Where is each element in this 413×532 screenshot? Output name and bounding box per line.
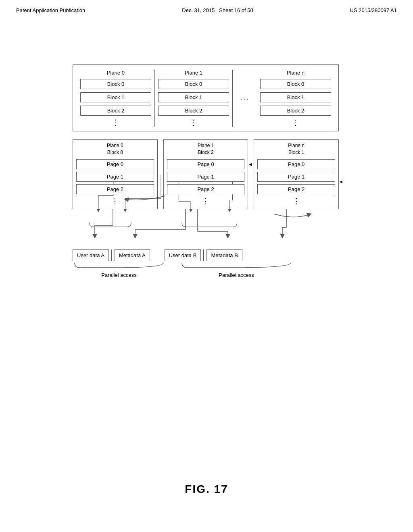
group-b-boxes: User data B Metadata B (165, 249, 242, 261)
arrow-indicator-1: ◂ (249, 161, 252, 167)
header-center: Dec. 31, 2015 Sheet 16 of 50 (182, 7, 253, 13)
metadata-b-box: Metadata B (206, 249, 242, 261)
brace-a: Parallel access (73, 262, 165, 273)
plane-n-dots: ⋮ (260, 118, 331, 127)
fig-caption: FIG. 17 (185, 483, 228, 496)
plane-0-column: Plane 0 Block 0 Block 1 Block 2 ⋮ (77, 70, 155, 127)
plane-n-label: Plane n (260, 70, 331, 76)
plane-1-column: Plane 1 Block 0 Block 1 Block 2 ⋮ (155, 70, 233, 127)
middle-col-2-dots: ⋮ (257, 197, 335, 206)
plane-0-page-0: Page 0 (76, 159, 154, 169)
plane-0-page-2: Page 2 (76, 184, 154, 194)
planes-row: Plane 0 Block 0 Block 1 Block 2 ⋮ Plane … (77, 70, 334, 127)
plane-n-column: Plane n Block 0 Block 1 Block 2 ⋮ (257, 70, 334, 127)
middle-col-0-dots: ⋮ (76, 197, 154, 206)
brace-b-svg (180, 262, 293, 273)
plane-1-block-0: Block 0 (158, 79, 229, 89)
plane-n-block-1-detail: Plane n Block 1 Page 0 Page 1 Page 2 ⋮ ◂ (254, 139, 339, 209)
brace-row: Parallel access Parallel access (73, 262, 339, 273)
plane-1-label: Plane 1 (158, 70, 229, 76)
arrow-indicator-2: ◂ (340, 178, 342, 185)
bottom-section: User data A Metadata A User data B Metad… (73, 249, 339, 273)
user-data-b-box: User data B (165, 249, 201, 261)
plane-1-page-0: Page 0 (167, 159, 245, 169)
plane-0-page-1: Page 1 (76, 172, 154, 182)
plane-1-page-1: Page 1 (167, 172, 245, 182)
plane-0-block-2: Block 2 (80, 106, 151, 116)
horizontal-dots: ... (233, 70, 257, 101)
diagram-area: Plane 0 Block 0 Block 1 Block 2 ⋮ Plane … (32, 64, 379, 273)
middle-col-2-header: Plane n Block 1 (257, 142, 335, 156)
group-a-divider (111, 249, 112, 261)
plane-0-block-0: Block 0 (80, 79, 151, 89)
connection-arrows (73, 209, 339, 249)
header-left: Patent Application Publication (16, 7, 85, 13)
plane-n-block-0: Block 0 (260, 79, 331, 89)
plane-1-block-2: Block 2 (158, 106, 229, 116)
plane-1-block-2-detail: Plane 1 Block 2 Page 0 Page 1 Page 2 ⋮ ◂ (163, 139, 248, 209)
middle-col-0-header: Plane 0 Block 0 (76, 142, 154, 156)
page-header: Patent Application Publication Dec. 31, … (0, 0, 413, 13)
user-data-a-box: User data A (73, 249, 109, 261)
plane-n-page-0: Page 0 (257, 159, 335, 169)
metadata-a-box: Metadata A (115, 249, 150, 261)
plane-1-block-1: Block 1 (158, 92, 229, 102)
bottom-boxes-row: User data A Metadata A User data B Metad… (73, 249, 339, 261)
plane-0-block-0-detail: Plane 0 Block 0 Page 0 Page 1 Page 2 ⋮ (73, 139, 158, 209)
top-plane-structure: Plane 0 Block 0 Block 1 Block 2 ⋮ Plane … (73, 64, 339, 131)
middle-col-1-header: Plane 1 Block 2 (167, 142, 245, 156)
middle-col-1-dots: ⋮ (167, 197, 245, 206)
plane-n-page-1: Page 1 (257, 172, 335, 182)
brace-a-svg (73, 262, 165, 273)
plane-0-label: Plane 0 (80, 70, 151, 76)
middle-section: Plane 0 Block 0 Page 0 Page 1 Page 2 ⋮ P… (73, 139, 339, 209)
plane-n-page-2: Page 2 (257, 184, 335, 194)
spacer2 (169, 262, 177, 273)
group-b-divider (203, 249, 204, 261)
group-a-boxes: User data A Metadata A (73, 249, 150, 261)
plane-0-dots: ⋮ (80, 118, 151, 127)
plane-0-block-1: Block 1 (80, 92, 151, 102)
spacer (153, 249, 161, 261)
arrow-area (73, 209, 339, 249)
plane-1-page-2: Page 2 (167, 184, 245, 194)
plane-n-block-1: Block 1 (260, 92, 331, 102)
plane-1-dots: ⋮ (158, 118, 229, 127)
plane-n-block-2: Block 2 (260, 106, 331, 116)
header-right: US 2015/380097 A1 (350, 7, 397, 13)
brace-b: Parallel access (180, 262, 293, 273)
